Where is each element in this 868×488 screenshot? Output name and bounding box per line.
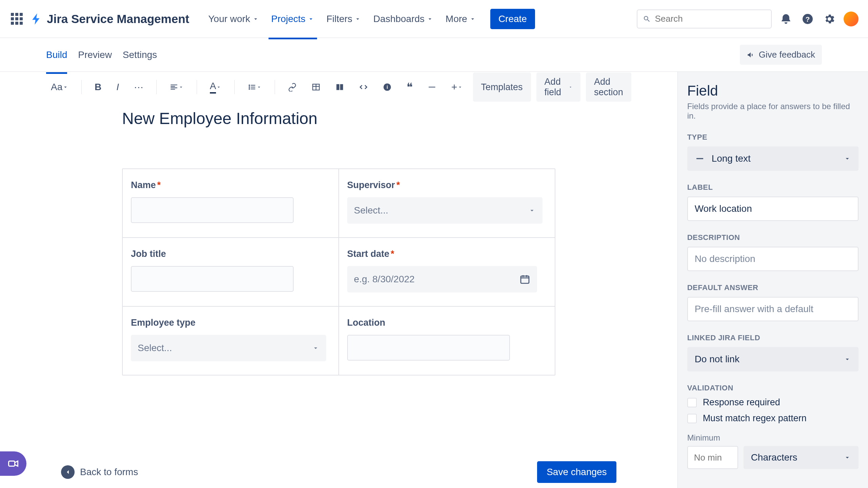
type-label: TYPE: [687, 133, 859, 142]
code-icon: [359, 83, 368, 92]
regex-checkbox[interactable]: Must match regex pattern: [687, 413, 859, 424]
top-nav: Jira Service Management Your work Projec…: [0, 0, 868, 38]
form-title[interactable]: New Employee Information: [122, 109, 555, 128]
jira-lightning-icon: [30, 13, 43, 25]
list-button[interactable]: [243, 78, 267, 97]
field-start-date[interactable]: Start date* e.g. 8/30/2022: [338, 238, 555, 306]
create-button[interactable]: Create: [490, 9, 535, 29]
minimum-input[interactable]: [687, 446, 738, 469]
svg-rect-12: [340, 84, 343, 90]
job-title-input[interactable]: [131, 266, 294, 292]
table-button[interactable]: [307, 78, 325, 97]
columns-icon: [335, 83, 344, 92]
chevron-down-icon: [216, 84, 221, 90]
svg-rect-16: [521, 276, 529, 283]
align-left-icon: [170, 83, 178, 92]
table-icon: [312, 83, 320, 92]
chevron-down-icon: [457, 84, 463, 90]
link-button[interactable]: [283, 78, 301, 97]
field-employee-type[interactable]: Employee type Select...: [123, 307, 338, 375]
footer-bar: Back to forms Save changes: [0, 456, 677, 488]
templates-button[interactable]: Templates: [473, 73, 531, 102]
code-button[interactable]: [354, 78, 373, 97]
bold-button[interactable]: B: [90, 78, 106, 97]
linked-jira-field-label: LINKED JIRA FIELD: [687, 333, 859, 342]
nav-filters[interactable]: Filters: [327, 9, 361, 28]
product-logo[interactable]: Jira Service Management: [30, 12, 189, 26]
default-answer-label: DEFAULT ANSWER: [687, 283, 859, 292]
video-help-fab[interactable]: [0, 451, 26, 476]
tab-settings[interactable]: Settings: [123, 44, 157, 66]
field-label-input[interactable]: [687, 197, 859, 221]
search-field[interactable]: [655, 14, 766, 24]
form-canvas[interactable]: New Employee Information Name* Superviso…: [0, 102, 677, 456]
field-location[interactable]: Location: [338, 307, 555, 375]
bullet-list-icon: [248, 83, 256, 92]
chevron-down-icon: [178, 84, 184, 90]
svg-rect-3: [251, 85, 255, 86]
field-name[interactable]: Name*: [123, 169, 338, 237]
tab-build[interactable]: Build: [46, 44, 67, 66]
employee-type-select[interactable]: Select...: [131, 335, 326, 361]
divider-button[interactable]: [423, 78, 441, 97]
chevron-down-icon: [844, 355, 851, 363]
description-label: DESCRIPTION: [687, 233, 859, 242]
back-to-forms-link[interactable]: Back to forms: [61, 465, 138, 479]
tabs-bar: Build Preview Settings Give feedback: [0, 38, 868, 72]
long-text-icon: [695, 154, 705, 164]
tab-preview[interactable]: Preview: [78, 44, 112, 66]
linked-jira-field-select[interactable]: Do not link: [687, 347, 859, 371]
help-icon[interactable]: ?: [800, 12, 815, 26]
search-input[interactable]: [637, 9, 772, 28]
link-icon: [288, 83, 297, 92]
location-input[interactable]: [347, 335, 510, 361]
editor-toolbar: Aa B I ⋯ A i ❝ + Templates Add field Add…: [0, 72, 677, 102]
give-feedback-button[interactable]: Give feedback: [740, 45, 822, 65]
nav-more[interactable]: More: [446, 9, 476, 28]
chevron-down-icon: [354, 16, 361, 22]
nav-your-work[interactable]: Your work: [208, 9, 259, 28]
alignment-button[interactable]: [165, 78, 189, 97]
text-color-button[interactable]: A: [205, 78, 226, 97]
nav-projects[interactable]: Projects: [271, 9, 314, 28]
app-switcher-icon[interactable]: [9, 12, 24, 26]
quote-button[interactable]: ❝: [402, 78, 417, 97]
field-description-input[interactable]: [687, 247, 859, 271]
field-job-title[interactable]: Job title: [123, 238, 338, 306]
supervisor-select[interactable]: Select...: [347, 197, 542, 224]
calendar-icon: [519, 274, 530, 285]
svg-text:i: i: [387, 84, 388, 90]
user-avatar[interactable]: [844, 12, 859, 26]
save-changes-button[interactable]: Save changes: [537, 461, 616, 483]
minimum-unit-select[interactable]: Characters: [744, 446, 859, 469]
field-supervisor[interactable]: Supervisor* Select...: [338, 169, 555, 237]
chevron-down-icon: [844, 155, 851, 162]
add-section-button[interactable]: Add section: [586, 73, 631, 102]
sidebar-subtitle: Fields provide a place for answers to be…: [687, 102, 859, 121]
chevron-down-icon: [844, 454, 851, 461]
chevron-down-icon: [569, 84, 572, 90]
italic-button[interactable]: I: [112, 78, 124, 97]
text-style-button[interactable]: Aa: [46, 78, 73, 97]
layout-button[interactable]: [331, 78, 349, 97]
response-required-checkbox[interactable]: Response required: [687, 397, 859, 408]
required-asterisk: *: [157, 180, 161, 190]
minimum-label: Minimum: [687, 433, 859, 443]
chevron-down-icon: [256, 84, 262, 90]
more-formatting-button[interactable]: ⋯: [129, 78, 148, 97]
name-input[interactable]: [131, 197, 294, 223]
primary-nav: Your work Projects Filters Dashboards Mo…: [208, 9, 476, 28]
add-field-button[interactable]: Add field: [536, 73, 580, 102]
field-properties-sidebar: Field Fields provide a place for answers…: [678, 72, 868, 488]
field-type-select[interactable]: Long text: [687, 146, 859, 171]
checkbox-icon: [687, 398, 697, 407]
notifications-icon[interactable]: [778, 12, 793, 26]
chevron-down-icon: [469, 16, 476, 22]
default-answer-input[interactable]: [687, 297, 859, 321]
nav-dashboards[interactable]: Dashboards: [373, 9, 433, 28]
info-panel-button[interactable]: i: [378, 78, 396, 97]
sidebar-title: Field: [687, 83, 859, 99]
start-date-input[interactable]: e.g. 8/30/2022: [347, 266, 537, 292]
insert-button[interactable]: +: [447, 78, 468, 97]
settings-icon[interactable]: [822, 12, 837, 26]
